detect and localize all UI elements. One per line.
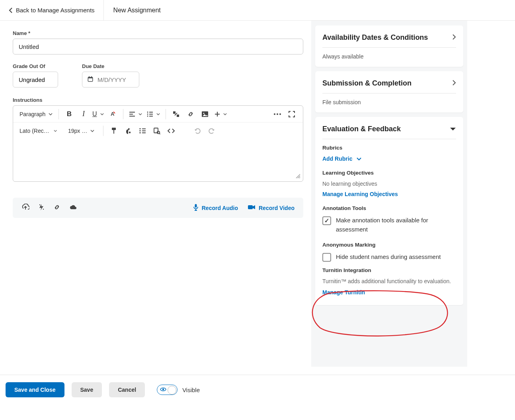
instructions-label: Instructions <box>13 97 303 103</box>
manage-turnitin-link[interactable]: Manage Turnitin <box>322 289 365 296</box>
grade-label: Grade Out Of <box>13 63 58 69</box>
save-and-close-button[interactable]: Save and Close <box>6 382 64 397</box>
accessibility-check-button[interactable] <box>150 124 164 138</box>
undo-button[interactable] <box>190 124 205 138</box>
svg-rect-3 <box>91 76 92 78</box>
svg-point-39 <box>43 209 44 210</box>
svg-rect-24 <box>113 130 114 134</box>
underline-dropdown[interactable]: U <box>91 111 105 118</box>
page-header: Back to Manage Assignments New Assignmen… <box>0 0 515 21</box>
due-date-input[interactable] <box>98 76 134 83</box>
svg-point-42 <box>162 389 164 390</box>
quicklink-icon[interactable] <box>38 203 45 212</box>
annotation-tools-heading: Annotation Tools <box>322 205 456 211</box>
name-input[interactable] <box>13 39 303 54</box>
footer-bar: Save and Close Save Cancel Visible <box>0 375 515 404</box>
availability-summary: Always available <box>322 53 456 60</box>
italic-button[interactable]: I <box>76 107 91 121</box>
editor-toolbar-row-1: Paragraph B I U A <box>13 106 303 122</box>
link-button[interactable] <box>183 107 198 121</box>
svg-point-38 <box>39 204 40 205</box>
add-rubric-link[interactable]: Add Rubric <box>322 156 362 162</box>
svg-point-8 <box>147 111 148 113</box>
annotation-label: Make annotation tools available for asse… <box>336 216 456 234</box>
svg-point-10 <box>147 113 148 115</box>
svg-rect-1 <box>88 78 92 81</box>
chevron-down-icon <box>450 126 456 132</box>
sidebar: Availability Dates & Conditions Always a… <box>311 21 467 367</box>
submission-title: Submission & Completion <box>322 79 412 88</box>
svg-point-17 <box>203 113 204 114</box>
insert-quicklink-button[interactable] <box>169 107 183 121</box>
attach-link-icon[interactable] <box>53 204 60 212</box>
svg-rect-15 <box>177 115 179 117</box>
svg-point-12 <box>147 115 148 117</box>
rubrics-heading: Rubrics <box>322 145 456 151</box>
record-audio-button[interactable]: Record Audio <box>193 204 238 212</box>
svg-rect-40 <box>195 204 197 208</box>
cancel-button[interactable]: Cancel <box>109 382 145 397</box>
editor-textarea[interactable] <box>13 139 303 181</box>
font-size-dropdown[interactable]: 19px … <box>66 126 100 136</box>
bold-button[interactable]: B <box>62 107 76 121</box>
name-label: Name * <box>13 30 303 36</box>
video-icon <box>248 204 256 211</box>
manage-learning-objectives-link[interactable]: Manage Learning Objectives <box>322 191 398 197</box>
visibility-toggle[interactable] <box>157 385 178 395</box>
svg-line-37 <box>299 177 300 178</box>
evaluation-title: Evaluation & Feedback <box>322 125 401 133</box>
svg-point-33 <box>157 131 160 134</box>
svg-rect-2 <box>89 76 90 78</box>
submission-panel[interactable]: Submission & Completion File submission <box>315 71 463 113</box>
svg-line-34 <box>159 133 160 134</box>
turnitin-description: Turnitin™ adds additional functionality … <box>322 278 456 284</box>
svg-rect-23 <box>112 128 116 130</box>
upload-icon[interactable] <box>21 204 29 212</box>
list-dropdown[interactable] <box>144 109 162 119</box>
anonymous-checkbox[interactable] <box>322 253 331 262</box>
annotation-circle-overlay <box>308 288 455 340</box>
align-dropdown[interactable] <box>127 109 144 119</box>
source-code-button[interactable] <box>164 124 178 138</box>
attachment-bar: Record Audio Record Video <box>13 198 303 218</box>
anonymous-marking-heading: Anonymous Marking <box>322 242 456 248</box>
svg-rect-14 <box>173 111 176 114</box>
evaluation-header[interactable]: Evaluation & Feedback <box>322 125 456 139</box>
grade-input[interactable] <box>13 72 58 88</box>
insert-dropdown[interactable] <box>212 109 229 119</box>
back-link[interactable]: Back to Manage Assignments <box>0 0 104 20</box>
evaluation-panel: Evaluation & Feedback Rubrics Add Rubric… <box>315 117 463 305</box>
anonymous-label: Hide student names during assessment <box>336 253 441 262</box>
turnitin-heading: Turnitin Integration <box>322 267 456 273</box>
cloud-icon[interactable] <box>69 204 77 211</box>
equation-button[interactable] <box>121 124 135 138</box>
due-date-field[interactable] <box>82 72 139 88</box>
availability-panel[interactable]: Availability Dates & Conditions Always a… <box>315 25 463 67</box>
text-color-button[interactable]: A <box>105 107 120 121</box>
record-video-button[interactable]: Record Video <box>248 204 295 211</box>
image-button[interactable] <box>198 107 212 121</box>
calendar-icon <box>87 76 94 84</box>
format-painter-button[interactable] <box>107 124 121 138</box>
chevron-left-icon <box>9 8 13 13</box>
chevron-right-icon <box>452 34 456 41</box>
availability-title: Availability Dates & Conditions <box>322 33 428 42</box>
page-title: New Assignment <box>104 0 170 20</box>
resize-handle-icon[interactable] <box>295 173 300 180</box>
fullscreen-button[interactable] <box>285 107 299 121</box>
svg-point-21 <box>277 113 278 115</box>
line-spacing-button[interactable] <box>135 124 150 138</box>
font-dropdown[interactable]: Lato (Recom… <box>17 126 59 136</box>
save-button[interactable]: Save <box>72 382 102 397</box>
redo-button[interactable] <box>205 124 219 138</box>
due-date-label: Due Date <box>82 63 139 69</box>
annotation-checkbox[interactable] <box>322 216 331 225</box>
format-dropdown[interactable]: Paragraph <box>17 109 55 119</box>
editor-toolbar-row-2: Lato (Recom… 19px … <box>13 122 303 139</box>
svg-point-25 <box>129 132 131 133</box>
svg-rect-41 <box>248 205 253 209</box>
eye-icon <box>159 387 168 393</box>
more-button[interactable] <box>270 107 285 121</box>
svg-point-22 <box>279 113 281 115</box>
microphone-icon <box>193 204 199 212</box>
